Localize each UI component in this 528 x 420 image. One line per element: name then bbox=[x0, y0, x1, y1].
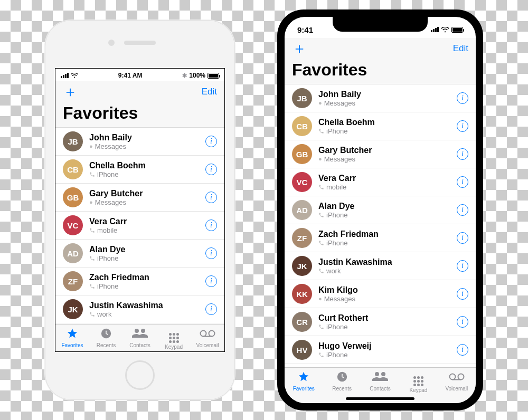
favorite-row[interactable]: JKJustin Kawashimaworki bbox=[55, 295, 224, 323]
phone-icon bbox=[318, 324, 324, 330]
favorite-row[interactable]: JKJustin Kawashimaworki bbox=[285, 252, 476, 280]
favorite-row[interactable]: JBJohn Baily●Messagesi bbox=[285, 84, 476, 112]
contact-name: Chella Boehm bbox=[318, 117, 450, 127]
favorite-row[interactable]: JBJohn Baily●Messagesi bbox=[55, 128, 224, 156]
tab-recents[interactable]: Recents bbox=[89, 324, 123, 351]
info-button[interactable]: i bbox=[457, 92, 468, 104]
tab-contacts[interactable]: Contacts bbox=[123, 324, 157, 351]
contact-sub: ●Messages bbox=[89, 142, 199, 150]
favorite-row[interactable]: HVHugo VerweijiPhonei bbox=[285, 336, 476, 364]
info-button[interactable]: i bbox=[205, 164, 217, 175]
phone-icon bbox=[318, 128, 324, 134]
info-button[interactable]: i bbox=[457, 316, 468, 328]
contact-meta: Alan DyeiPhone bbox=[318, 201, 450, 219]
favorite-row[interactable]: ADAlan DyeiPhonei bbox=[55, 240, 224, 268]
wifi-icon bbox=[71, 73, 78, 78]
nav-header: ＋ Edit Favorites bbox=[55, 81, 224, 128]
tab-label: Keypad bbox=[165, 344, 183, 350]
tab-favorites[interactable]: Favorites bbox=[55, 324, 89, 351]
contact-sub: mobile bbox=[89, 226, 199, 234]
info-button[interactable]: i bbox=[205, 219, 217, 231]
info-button[interactable]: i bbox=[205, 192, 217, 203]
contact-meta: Kim Kilgo●Messages bbox=[318, 285, 450, 303]
phone-icon bbox=[89, 311, 95, 317]
tab-contacts[interactable]: Contacts bbox=[361, 368, 399, 395]
contact-sub: ●Messages bbox=[318, 295, 450, 303]
contact-sub: mobile bbox=[318, 183, 450, 191]
contact-meta: Chella BoehmiPhone bbox=[89, 160, 199, 178]
avatar: JB bbox=[63, 131, 83, 151]
message-icon: ● bbox=[318, 296, 322, 302]
status-time: 9:41 bbox=[297, 25, 313, 34]
info-button[interactable]: i bbox=[205, 247, 217, 259]
recents-icon bbox=[336, 371, 348, 385]
tab-recents[interactable]: Recents bbox=[323, 368, 361, 395]
favorite-row[interactable]: CBChella BoehmiPhonei bbox=[285, 112, 476, 140]
contact-name: Kim Kilgo bbox=[318, 285, 450, 295]
favorite-row[interactable]: CRCurt RothertiPhonei bbox=[285, 308, 476, 336]
favorite-row[interactable]: ZFZach FriedmaniPhonei bbox=[55, 268, 224, 295]
tab-label: Favorites bbox=[61, 342, 83, 348]
info-button[interactable]: i bbox=[457, 148, 468, 160]
page-title: Favorites bbox=[285, 59, 476, 84]
favorite-row[interactable]: ADAlan DyeiPhonei bbox=[285, 196, 476, 224]
add-button[interactable]: ＋ bbox=[63, 84, 78, 99]
keypad-icon bbox=[413, 369, 423, 386]
contact-name: Zach Friedman bbox=[89, 272, 199, 282]
favorite-row[interactable]: ZFZach FriedmaniPhonei bbox=[285, 224, 476, 252]
contact-meta: Hugo VerweijiPhone bbox=[318, 341, 450, 359]
contact-name: Gary Butcher bbox=[318, 145, 450, 155]
tab-label: Recents bbox=[97, 342, 116, 348]
info-button[interactable]: i bbox=[457, 120, 468, 132]
favorite-row[interactable]: VCVera Carrmobilei bbox=[55, 212, 224, 240]
tab-voicemail[interactable]: Voicemail bbox=[191, 324, 224, 351]
tab-keypad[interactable]: Keypad bbox=[157, 324, 191, 351]
contact-sub: iPhone bbox=[318, 127, 450, 135]
phone-icon bbox=[318, 352, 324, 358]
phone-icon bbox=[318, 268, 324, 274]
favorite-row[interactable]: CBChella BoehmiPhonei bbox=[55, 156, 224, 184]
favorites-list-ix[interactable]: JBJohn Baily●MessagesiCBChella BoehmiPho… bbox=[285, 84, 476, 367]
contact-sub: ●Messages bbox=[318, 155, 450, 163]
favorites-icon bbox=[66, 328, 79, 341]
contact-meta: Gary Butcher●Messages bbox=[318, 145, 450, 163]
info-button[interactable]: i bbox=[205, 303, 217, 315]
edit-button[interactable]: Edit bbox=[453, 43, 468, 54]
contact-sub: ●Messages bbox=[89, 198, 199, 206]
favorite-row[interactable]: VCVera Carrmobilei bbox=[285, 168, 476, 196]
contact-sub: iPhone bbox=[89, 282, 199, 290]
add-button[interactable]: ＋ bbox=[292, 41, 307, 56]
info-button[interactable]: i bbox=[457, 260, 468, 272]
phone-icon bbox=[318, 212, 324, 218]
info-button[interactable]: i bbox=[205, 275, 217, 287]
favorite-row[interactable]: GBGary Butcher●Messagesi bbox=[55, 184, 224, 212]
favorite-row[interactable]: KKKim Kilgo●Messagesi bbox=[285, 280, 476, 308]
info-button[interactable]: i bbox=[457, 288, 468, 300]
contact-name: Curt Rothert bbox=[318, 313, 450, 323]
info-button[interactable]: i bbox=[457, 176, 468, 188]
home-indicator bbox=[346, 397, 414, 400]
iphonex-screen: 9:41 ＋ Edit Favorites JBJohn Baily●Messa… bbox=[285, 17, 476, 403]
favorite-row[interactable]: GBGary Butcher●Messagesi bbox=[285, 140, 476, 168]
tab-keypad[interactable]: Keypad bbox=[399, 368, 437, 395]
avatar: JB bbox=[292, 88, 312, 108]
info-button[interactable]: i bbox=[457, 232, 468, 244]
avatar: CR bbox=[292, 312, 312, 332]
message-icon: ● bbox=[318, 100, 322, 106]
tab-voicemail[interactable]: Voicemail bbox=[438, 368, 476, 395]
iphone8-screen: 9:41 AM ✻ 100% ＋ Edit Favorites JBJohn B… bbox=[55, 68, 225, 352]
avatar: HV bbox=[292, 340, 312, 360]
iphonex-mockup: 9:41 ＋ Edit Favorites JBJohn Baily●Messa… bbox=[277, 9, 483, 411]
edit-button[interactable]: Edit bbox=[202, 87, 217, 97]
battery-pct: 100% bbox=[189, 72, 205, 79]
tab-favorites[interactable]: Favorites bbox=[285, 368, 323, 395]
contact-name: Chella Boehm bbox=[89, 160, 199, 170]
info-button[interactable]: i bbox=[457, 204, 468, 216]
favorites-list-i8[interactable]: JBJohn Baily●MessagesiCBChella BoehmiPho… bbox=[55, 128, 224, 324]
contact-sub: iPhone bbox=[318, 239, 450, 247]
info-button[interactable]: i bbox=[205, 136, 217, 147]
info-button[interactable]: i bbox=[457, 344, 468, 356]
avatar: GB bbox=[292, 144, 312, 164]
avatar: VC bbox=[63, 215, 83, 235]
contact-name: Hugo Verweij bbox=[318, 341, 450, 351]
